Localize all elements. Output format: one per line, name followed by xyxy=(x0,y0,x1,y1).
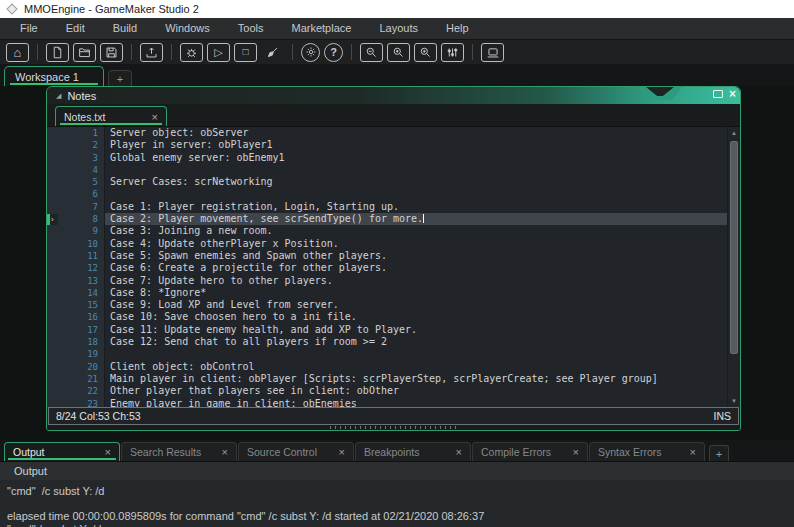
editor-line[interactable]: 6 xyxy=(47,188,727,200)
editor-line[interactable]: 4 xyxy=(47,164,727,176)
line-text: Case 2: Player movement, see scrSendType… xyxy=(105,213,727,225)
document-tab-bar: Notes.txt × xyxy=(47,104,740,127)
editor-line[interactable]: 9 Case 3: Joining a new room. xyxy=(47,225,727,237)
editor-line[interactable]: 3 Global enemy server: obEnemy1 xyxy=(47,152,727,164)
editor-line[interactable]: 19 xyxy=(47,348,727,360)
toolbar-separator xyxy=(131,44,132,60)
menu-item[interactable]: Marketplace xyxy=(277,18,365,39)
scroll-up-icon[interactable]: ▲ xyxy=(728,127,740,139)
editor-scrollbar[interactable]: ▲ ▼ xyxy=(727,127,740,407)
menu-item[interactable]: Layouts xyxy=(365,18,432,39)
open-project-button[interactable] xyxy=(73,43,96,62)
target-manager-button[interactable] xyxy=(481,43,504,62)
maximize-button[interactable] xyxy=(713,90,723,98)
new-file-button[interactable] xyxy=(46,43,69,62)
editor-line[interactable]: 14 Case 8: *Ignore* xyxy=(47,287,727,299)
export-project-button[interactable] xyxy=(140,43,163,62)
zoom-out-button[interactable] xyxy=(360,43,383,62)
bottom-panel-tab[interactable]: Syntax Errors × xyxy=(589,442,705,461)
bottom-panel-tab[interactable]: Breakpoints × xyxy=(355,442,471,461)
close-tab-icon[interactable]: × xyxy=(573,446,579,458)
editor-line[interactable]: › 8 Case 2: Player movement, see scrSend… xyxy=(47,213,727,225)
bottom-tab-label: Source Control xyxy=(247,446,339,458)
line-number: 14 xyxy=(63,287,105,299)
line-number: 2 xyxy=(63,139,105,151)
editor-line[interactable]: 22 Other player that players see in clie… xyxy=(47,385,727,397)
scrollbar-thumb[interactable] xyxy=(730,141,738,354)
editor-line[interactable]: 10 Case 4: Update otherPlayer x Position… xyxy=(47,238,727,250)
editor-line[interactable]: 1 Server object: obServer xyxy=(47,127,727,139)
line-margin xyxy=(47,250,63,262)
line-text: Case 9: Load XP and Level from server. xyxy=(105,299,727,311)
menu-item[interactable]: File xyxy=(6,18,52,39)
document-tab-label: Notes.txt xyxy=(64,111,152,123)
add-workspace-button[interactable]: + xyxy=(108,70,132,86)
editor-line[interactable]: 7 Case 1: Player registration, Login, St… xyxy=(47,201,727,213)
tab-workspace-1[interactable]: Workspace 1 xyxy=(4,66,104,86)
close-tab-icon[interactable]: × xyxy=(105,446,111,458)
editor-line[interactable]: 2 Player in server: obPlayer1 xyxy=(47,139,727,151)
add-bottom-tab-button[interactable]: + xyxy=(709,445,729,461)
editor-line[interactable]: 20 Client object: obControl xyxy=(47,361,727,373)
close-tab-icon[interactable]: × xyxy=(339,446,345,458)
line-number: 21 xyxy=(63,373,105,385)
menu-item[interactable]: Tools xyxy=(224,18,278,39)
close-tab-icon[interactable]: × xyxy=(690,446,696,458)
stop-button[interactable]: □ xyxy=(234,43,257,62)
editor-line[interactable]: 11 Case 5: Spawn enemies and Spawn other… xyxy=(47,250,727,262)
editor-line[interactable]: 13 Case 7: Update hero to other players. xyxy=(47,275,727,287)
close-tab-icon[interactable]: × xyxy=(152,111,158,123)
debug-button[interactable] xyxy=(180,43,203,62)
editor-line[interactable]: 18 Case 12: Send chat to all players if … xyxy=(47,336,727,348)
game-options-button[interactable] xyxy=(441,43,464,62)
line-number: 6 xyxy=(63,188,105,200)
home-button[interactable]: ⌂ xyxy=(6,43,29,62)
run-button[interactable]: ▷ xyxy=(207,43,230,62)
window-title: MMOEngine - GameMaker Studio 2 xyxy=(24,3,199,15)
bottom-panel-tab[interactable]: Compile Errors × xyxy=(472,442,588,461)
help-button[interactable]: ? xyxy=(324,43,343,62)
editor-line[interactable]: 5 Server Cases: scrNetworking xyxy=(47,176,727,188)
bottom-panel-tab[interactable]: Search Results × xyxy=(121,442,237,461)
scroll-down-icon[interactable]: ▼ xyxy=(728,395,740,407)
menu-item[interactable]: Help xyxy=(432,18,483,39)
line-number: 11 xyxy=(63,250,105,262)
menu-item[interactable]: Windows xyxy=(151,18,224,39)
line-text: Case 6: Create a projectile for other pl… xyxy=(105,262,727,274)
bottom-panel-tab[interactable]: Output × xyxy=(4,442,120,461)
close-tab-icon[interactable]: × xyxy=(222,446,228,458)
notes-titlebar[interactable]: ◢ Notes × xyxy=(47,87,740,104)
zoom-in-button[interactable] xyxy=(414,43,437,62)
editor-line[interactable]: 16 Case 10: Save choosen hero to a ini f… xyxy=(47,311,727,323)
close-window-button[interactable]: × xyxy=(729,88,736,100)
menu-item[interactable]: Edit xyxy=(52,18,99,39)
line-number: 15 xyxy=(63,299,105,311)
text-editor[interactable]: 1 Server object: obServer 2 Player in se… xyxy=(47,127,740,407)
save-project-button[interactable] xyxy=(100,43,123,62)
editor-line[interactable]: 12 Case 6: Create a projectile for other… xyxy=(47,262,727,274)
new-file-icon xyxy=(51,46,64,59)
line-margin xyxy=(47,324,63,336)
line-margin xyxy=(47,152,63,164)
toolbar-separator xyxy=(37,44,38,60)
editor-line[interactable]: 23 Enemy player in game in client: obEne… xyxy=(47,398,727,407)
line-text: Case 5: Spawn enemies and Spawn other pl… xyxy=(105,250,727,262)
bottom-panel-tab[interactable]: Source Control × xyxy=(238,442,354,461)
zoom-reset-button[interactable] xyxy=(387,43,410,62)
line-number: 4 xyxy=(63,164,105,176)
tab-notes-txt[interactable]: Notes.txt × xyxy=(55,106,167,126)
collapse-icon[interactable]: ◢ xyxy=(56,92,61,100)
workspace-tab-label: Workspace 1 xyxy=(15,71,79,83)
editor-line[interactable]: 15 Case 9: Load XP and Level from server… xyxy=(47,299,727,311)
line-number: 7 xyxy=(63,201,105,213)
menu-item[interactable]: Build xyxy=(99,18,151,39)
editor-line[interactable]: 17 Case 11: Update enemy health, and add… xyxy=(47,324,727,336)
open-folder-icon xyxy=(78,46,91,59)
export-icon xyxy=(145,46,158,59)
close-tab-icon[interactable]: × xyxy=(456,446,462,458)
output-console[interactable]: "cmd" /c subst Y: /d elapsed time 00:00:… xyxy=(0,480,794,527)
editor-line[interactable]: 21 Main player in client: obPlayer [Scri… xyxy=(47,373,727,385)
settings-button[interactable] xyxy=(301,43,320,62)
clean-button[interactable] xyxy=(261,43,284,62)
resize-handle[interactable] xyxy=(329,426,459,429)
